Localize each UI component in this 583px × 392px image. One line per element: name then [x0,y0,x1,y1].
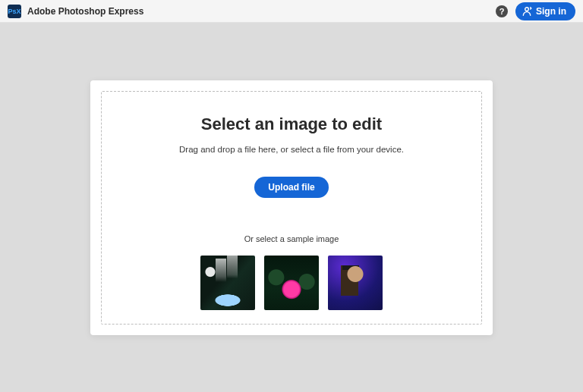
sample-label: Or select a sample image [117,234,466,243]
topbar-right: ? Sign in [496,2,575,20]
app-title: Adobe Photoshop Express [27,6,143,17]
help-icon[interactable]: ? [496,5,508,17]
svg-point-0 [525,7,529,11]
app-logo-icon: PsX [8,5,21,18]
drop-zone[interactable]: Select an image to edit Drag and drop a … [101,91,482,325]
sample-portrait[interactable] [328,256,383,310]
sample-row [117,256,466,310]
sign-in-button[interactable]: Sign in [515,2,575,20]
sample-flower[interactable] [264,256,319,310]
top-bar: PsX Adobe Photoshop Express ? Sign in [0,0,583,23]
upload-card: Select an image to edit Drag and drop a … [90,80,493,335]
sign-in-icon [522,6,532,17]
sign-in-label: Sign in [536,6,566,17]
drop-instructions: Drag and drop a file here, or select a f… [117,145,466,154]
upload-file-button[interactable]: Upload file [254,177,328,198]
stage: Select an image to edit Drag and drop a … [0,23,583,392]
page-heading: Select an image to edit [117,114,466,134]
sample-waterfall[interactable] [200,256,255,310]
